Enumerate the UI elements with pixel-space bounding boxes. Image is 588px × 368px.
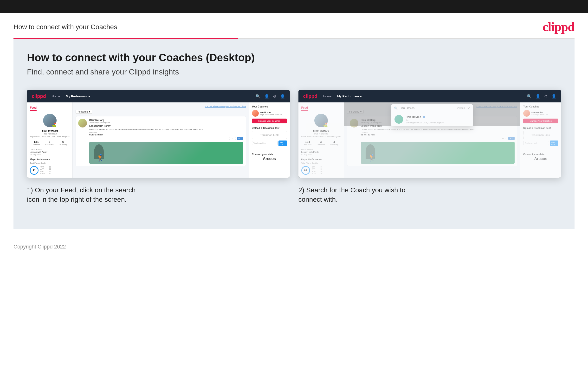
app-value: 85 xyxy=(48,168,51,170)
add-link-button[interactable]: Add Link xyxy=(279,140,287,146)
following-button[interactable]: Following ▾ xyxy=(76,110,92,114)
mock-body-1: Feed Blair McHarg Plus Handicap Royal No… xyxy=(27,102,290,178)
connect-data-title: Connect your data xyxy=(252,153,287,156)
profile-avatar xyxy=(43,114,57,127)
avatar-icon-2[interactable]: 👤 xyxy=(551,94,556,99)
post-buttons: OTT APP xyxy=(89,137,243,140)
coaches-title-2: Your Coaches xyxy=(523,105,558,108)
profile-icon[interactable]: 👤 xyxy=(264,94,269,99)
trackman-input-row-2: Trackman Link Add Link xyxy=(523,140,558,146)
ott-button[interactable]: OTT xyxy=(229,137,236,140)
mock-nav-right-2: 🔍 👤 ⚙ 👤 xyxy=(527,94,556,99)
player-performance: Player Performance Total Player Quality … xyxy=(30,158,70,175)
putt-label-2: PUTT xyxy=(312,173,317,174)
manage-coaches-button[interactable]: Manage Your Coaches xyxy=(252,119,287,123)
result-club: Sunningdale Golf Club, United Kingdom xyxy=(405,121,444,124)
control-who-link[interactable]: Control who can see your activity and da… xyxy=(76,105,246,108)
profile-handicap: Plus Handicap xyxy=(30,133,70,135)
search-magnifier-icon: 🔍 xyxy=(394,107,398,110)
putt-value: 96 xyxy=(48,173,51,174)
post-text-2: Looking to feel like my hands are exitin… xyxy=(361,128,515,131)
arg-value: 86 xyxy=(48,170,51,172)
mock-nav-myperformance-2[interactable]: My Performance xyxy=(337,94,361,98)
performance-bars-2: OTT 90 APP xyxy=(312,166,323,175)
top-bar xyxy=(0,0,588,13)
clear-search-button[interactable]: CLEAR xyxy=(457,107,465,110)
followers-label: Followers xyxy=(45,144,53,146)
search-query-text[interactable]: Dan Davies xyxy=(400,107,455,110)
upload-title: Upload a Trackman Test xyxy=(252,127,287,129)
upload-title-2: Upload a Trackman Test xyxy=(523,127,558,129)
mock-center-panel-2: Control who can see your activity and da… xyxy=(344,102,520,178)
app-button[interactable]: APP xyxy=(237,137,243,140)
followers-stat-2: 3 Followers xyxy=(317,140,325,146)
app-button-2: APP xyxy=(508,137,515,140)
post-avatar xyxy=(78,119,87,128)
followers-count: 3 xyxy=(45,140,53,144)
header: How to connect with your Coaches clippd xyxy=(0,13,588,38)
result-name: Dan Davies xyxy=(405,115,421,119)
profile-name-2: Blair McHarg xyxy=(301,129,341,132)
ott-label-2: OTT xyxy=(312,166,317,168)
mock-nav-home-2[interactable]: Home xyxy=(323,94,331,98)
ott-bar-row: OTT 90 xyxy=(40,166,51,168)
coach-name: David Ford xyxy=(260,111,282,114)
feed-post: Blair McHarg Yesterday · Sunningdale Les… xyxy=(76,116,246,166)
search-icon-2[interactable]: 🔍 xyxy=(527,94,532,99)
putt-value-2: 96 xyxy=(319,173,323,174)
settings-icon-2[interactable]: ⚙ xyxy=(544,94,548,99)
putt-label: PUTT xyxy=(40,173,46,174)
screenshot-frame-2: clippd Home My Performance 🔍 👤 ⚙ 👤 Feed xyxy=(298,90,561,178)
coach-avatar-2 xyxy=(523,110,530,117)
mock-logo-1: clippd xyxy=(32,93,46,99)
mock-logo-2: clippd xyxy=(303,93,317,99)
activities-label: Activities xyxy=(33,144,40,146)
coach-entry: David Ford Royal North Devon Golf Club xyxy=(252,110,287,117)
following-label: Following xyxy=(59,144,67,146)
mock-nav-right-1: 🔍 👤 ⚙ 👤 xyxy=(256,94,285,99)
result-info: Dan Davies Pro Sunningdale Golf Club, Un… xyxy=(405,115,444,124)
mock-nav-myperformance[interactable]: My Performance xyxy=(66,94,90,98)
followers-count-2: 3 xyxy=(317,140,325,144)
coach-entry-2: Dan Davies Sunningdale Golf Club xyxy=(523,110,558,117)
main-content: How to connect with your Coaches (Deskto… xyxy=(13,39,575,229)
profile-avatar-2 xyxy=(314,114,328,127)
mock-body-2: Feed Blair McHarg Plus Handicap Royal No… xyxy=(298,102,561,178)
app-label: APP xyxy=(40,168,46,170)
total-quality-label: Total Player Quality xyxy=(30,162,70,164)
connect-data-title-2: Connect your data xyxy=(523,153,558,156)
trackman-input[interactable]: Trackman Link xyxy=(252,141,278,145)
coach-avatar xyxy=(252,110,259,117)
post-image-2 xyxy=(361,142,515,164)
avatar-icon[interactable]: 👤 xyxy=(280,94,285,99)
activities-stat-2: 131 Activities xyxy=(304,140,311,146)
mock-center-panel-1: Control who can see your activity and da… xyxy=(73,102,249,178)
caption-1: 1) On your Feed, click on the searchicon… xyxy=(27,185,290,204)
result-avatar xyxy=(395,115,403,124)
activities-label-2: Activities xyxy=(304,144,311,146)
mock-nav-home[interactable]: Home xyxy=(52,94,60,98)
screenshot-col-1: clippd Home My Performance 🔍 👤 ⚙ 👤 Feed xyxy=(27,90,290,204)
search-icon[interactable]: 🔍 xyxy=(256,94,260,99)
screenshot-frame-1: clippd Home My Performance 🔍 👤 ⚙ 👤 Feed xyxy=(27,90,290,178)
profile-stats-2: 131 Activities 3 Followers 4 Following xyxy=(301,140,341,146)
arccos-brand-2: Arccos xyxy=(523,157,558,161)
close-search-button[interactable]: ✕ xyxy=(467,106,470,110)
mock-left-panel-2: Feed Blair McHarg Plus Handicap Royal No… xyxy=(298,102,344,178)
caption-2: 2) Search for the Coach you wish toconne… xyxy=(298,185,561,204)
coach-club-2: Sunningdale Golf Club xyxy=(531,114,548,115)
search-box: 🔍 Dan Davies CLEAR ✕ Dan Davie xyxy=(391,104,473,126)
ott-button-2: OTT xyxy=(501,137,507,140)
main-subtitle: Find, connect and share your Clippd insi… xyxy=(27,67,561,76)
latest-activity-date: 03 Aug 2022 xyxy=(30,154,70,156)
ott-value: 90 xyxy=(48,166,51,168)
ott-label: OTT xyxy=(40,166,46,168)
search-result-item[interactable]: Dan Davies Pro Sunningdale Golf Club, Un… xyxy=(391,112,473,126)
app-label-2: APP xyxy=(312,168,317,170)
result-name-row: Dan Davies xyxy=(405,115,444,119)
feed-tab[interactable]: Feed xyxy=(30,106,37,111)
profile-icon-2[interactable]: 👤 xyxy=(535,94,540,99)
settings-icon[interactable]: ⚙ xyxy=(273,94,276,99)
arccos-brand: Arccos xyxy=(252,157,287,161)
coach-club: Royal North Devon Golf Club xyxy=(260,114,282,115)
